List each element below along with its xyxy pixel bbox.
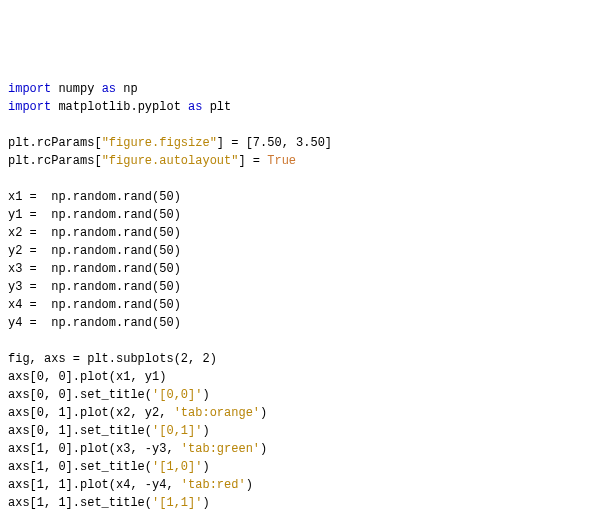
- blank-line: [8, 170, 586, 188]
- code-text: axs[0, 0].set_title(: [8, 388, 152, 402]
- string-literal: 'tab:orange': [174, 406, 260, 420]
- string-literal: '[0,1]': [152, 424, 202, 438]
- code-line-20: axs[0, 1].set_title('[0,1]'): [8, 422, 586, 440]
- code-text: ): [202, 388, 209, 402]
- code-line-13: x4 = np.random.rand(50): [8, 296, 586, 314]
- string-literal: 'tab:green': [181, 442, 260, 456]
- code-line-12: y3 = np.random.rand(50): [8, 278, 586, 296]
- code-text: y1 = np.random.rand(50): [8, 208, 181, 222]
- code-line-22: axs[1, 0].set_title('[1,0]'): [8, 458, 586, 476]
- blank-line: [8, 332, 586, 350]
- code-text: x2 = np.random.rand(50): [8, 226, 181, 240]
- string-literal: 'tab:red': [181, 478, 246, 492]
- code-text: y4 = np.random.rand(50): [8, 316, 181, 330]
- keyword-as: as: [188, 100, 202, 114]
- code-text: ): [202, 496, 209, 510]
- blank-line: [8, 512, 586, 528]
- code-line-11: x3 = np.random.rand(50): [8, 260, 586, 278]
- code-text: axs[1, 1].set_title(: [8, 496, 152, 510]
- string-literal: '[1,1]': [152, 496, 202, 510]
- keyword-import: import: [8, 82, 51, 96]
- code-text: plt.rcParams[: [8, 136, 102, 150]
- code-text: x4 = np.random.rand(50): [8, 298, 181, 312]
- code-line-19: axs[0, 1].plot(x2, y2, 'tab:orange'): [8, 404, 586, 422]
- code-text: y2 = np.random.rand(50): [8, 244, 181, 258]
- code-line-8: y1 = np.random.rand(50): [8, 206, 586, 224]
- code-text: ] =: [238, 154, 267, 168]
- string-literal: "figure.autolayout": [102, 154, 239, 168]
- code-line-23: axs[1, 1].plot(x4, -y4, 'tab:red'): [8, 476, 586, 494]
- keyword-true: True: [267, 154, 296, 168]
- code-line-10: y2 = np.random.rand(50): [8, 242, 586, 260]
- keyword-as: as: [102, 82, 116, 96]
- code-text: ): [260, 406, 267, 420]
- code-line-14: y4 = np.random.rand(50): [8, 314, 586, 332]
- string-literal: '[1,0]': [152, 460, 202, 474]
- code-text: ): [202, 460, 209, 474]
- code-line-24: axs[1, 1].set_title('[1,1]'): [8, 494, 586, 512]
- blank-line: [8, 116, 586, 134]
- code-text: plt.rcParams[: [8, 154, 102, 168]
- code-text: axs[1, 1].plot(x4, -y4,: [8, 478, 181, 492]
- code-line-4: plt.rcParams["figure.figsize"] = [7.50, …: [8, 134, 586, 152]
- code-line-21: axs[1, 0].plot(x3, -y3, 'tab:green'): [8, 440, 586, 458]
- code-line-5: plt.rcParams["figure.autolayout"] = True: [8, 152, 586, 170]
- code-text: axs[1, 0].set_title(: [8, 460, 152, 474]
- code-text: ] = [7.50, 3.50]: [217, 136, 332, 150]
- code-text: ): [260, 442, 267, 456]
- string-literal: '[0,0]': [152, 388, 202, 402]
- code-text: ): [246, 478, 253, 492]
- code-text: plt: [202, 100, 231, 114]
- code-text: numpy: [51, 82, 101, 96]
- code-text: np: [116, 82, 138, 96]
- code-text: axs[0, 0].plot(x1, y1): [8, 370, 166, 384]
- code-text: x3 = np.random.rand(50): [8, 262, 181, 276]
- code-line-1: import numpy as np: [8, 80, 586, 98]
- code-text: axs[0, 1].plot(x2, y2,: [8, 406, 174, 420]
- code-line-17: axs[0, 0].plot(x1, y1): [8, 368, 586, 386]
- string-literal: "figure.figsize": [102, 136, 217, 150]
- code-text: y3 = np.random.rand(50): [8, 280, 181, 294]
- code-line-7: x1 = np.random.rand(50): [8, 188, 586, 206]
- code-text: fig, axs = plt.subplots(2, 2): [8, 352, 217, 366]
- code-line-16: fig, axs = plt.subplots(2, 2): [8, 350, 586, 368]
- code-text: axs[1, 0].plot(x3, -y3,: [8, 442, 181, 456]
- code-text: x1 = np.random.rand(50): [8, 190, 181, 204]
- code-text: matplotlib.pyplot: [51, 100, 188, 114]
- code-text: ): [202, 424, 209, 438]
- code-text: axs[0, 1].set_title(: [8, 424, 152, 438]
- code-line-18: axs[0, 0].set_title('[0,0]'): [8, 386, 586, 404]
- keyword-import: import: [8, 100, 51, 114]
- code-line-2: import matplotlib.pyplot as plt: [8, 98, 586, 116]
- code-line-9: x2 = np.random.rand(50): [8, 224, 586, 242]
